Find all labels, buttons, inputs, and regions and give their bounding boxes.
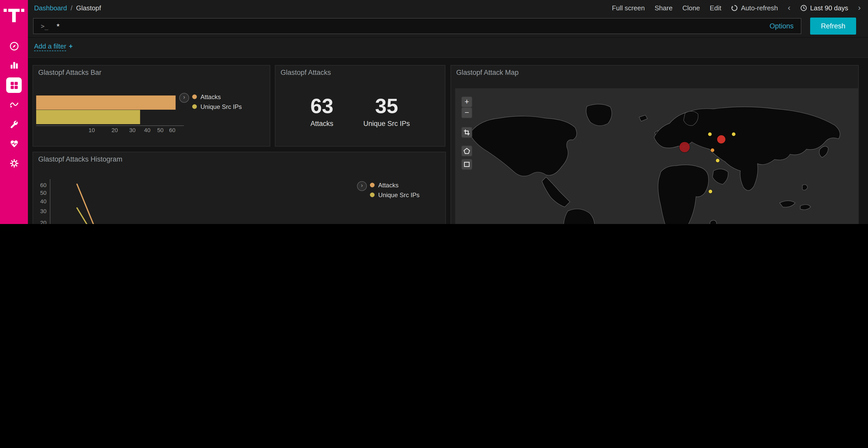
legend-color-dot <box>370 183 375 187</box>
refresh-cycle-icon <box>731 4 738 11</box>
auto-refresh-button[interactable]: Auto-refresh <box>731 4 778 12</box>
map-attack-point <box>708 190 712 194</box>
timelion-wave-icon <box>9 99 19 109</box>
legend-label: Unique Src IPs <box>200 103 242 110</box>
plus-icon: + <box>69 42 72 50</box>
breadcrumb: Dashboard / Glastopf <box>34 4 101 12</box>
crop-icon <box>463 129 470 136</box>
x-tick-label: 10 <box>89 127 95 133</box>
full-screen-button[interactable]: Full screen <box>612 4 645 12</box>
legend-item[interactable]: Unique Src IPs <box>192 102 242 111</box>
x-tick-label: 20 <box>112 127 118 133</box>
clock-icon <box>800 4 807 11</box>
heartbeat-icon <box>9 139 19 148</box>
metric-group: 63 Attacks 35 Unique Src IPs <box>275 96 445 128</box>
legend: AttacksUnique Src IPs <box>370 180 420 200</box>
panel-attacks-histogram: Glastopf Attacks Histogram 0102030405060… <box>33 152 446 224</box>
legend-label: Attacks <box>200 93 221 100</box>
edit-button[interactable]: Edit <box>710 4 721 12</box>
breadcrumb-dashboard-link[interactable]: Dashboard <box>34 4 67 12</box>
map-attack-point <box>732 132 736 136</box>
y-tick-label: 60 <box>40 182 46 188</box>
sidebar: ‹ <box>0 0 28 224</box>
sidebar-item-dashboard[interactable] <box>6 77 22 93</box>
wrench-icon <box>9 119 19 129</box>
x-tick-label: 30 <box>129 127 135 133</box>
metric-label: Attacks <box>310 120 333 128</box>
filter-bar-row: Add a filter+ <box>28 38 868 57</box>
topbar-actions: Full screen Share Clone Edit Auto-refres… <box>612 4 861 12</box>
sidebar-item-dev-tools[interactable] <box>6 116 22 132</box>
map-fit-bounds-button[interactable] <box>461 127 472 138</box>
query-bar-row: >_ * Options Refresh <box>28 15 868 38</box>
map-canvas[interactable]: + − Count1 – 7.67.6 – 14.214.2 – 20.820.… <box>455 88 859 224</box>
add-filter-link[interactable]: Add a filter+ <box>34 42 73 50</box>
map-draw-rectangle-button[interactable] <box>461 159 472 170</box>
top-chrome: Dashboard / Glastopf Full screen Share C… <box>28 0 868 58</box>
sidebar-item-discover[interactable] <box>6 38 22 54</box>
map-attack-point <box>680 142 690 152</box>
time-back-button[interactable]: ‹ <box>788 4 790 12</box>
metric-value: 63 <box>310 96 333 116</box>
legend-toggle[interactable]: › <box>357 181 367 191</box>
x-tick-label: 50 <box>157 127 163 133</box>
panel-attacks-metric: Glastopf Attacks 63 Attacks 35 Unique Sr… <box>275 65 445 146</box>
refresh-button[interactable]: Refresh <box>810 18 856 35</box>
bar-Unique Src IPs[interactable] <box>36 110 140 124</box>
metric-value: 35 <box>363 96 410 116</box>
map-attack-point <box>708 132 712 136</box>
gear-icon <box>9 158 19 168</box>
map-draw-polygon-button[interactable] <box>461 145 472 157</box>
world-map-image <box>455 88 859 224</box>
bar-Attacks[interactable] <box>36 96 176 110</box>
legend-color-dot <box>370 193 375 197</box>
compass-icon <box>9 41 19 51</box>
time-forward-button[interactable]: › <box>858 4 861 12</box>
sidebar-item-monitoring[interactable] <box>6 136 22 151</box>
add-filter-label: Add a filter <box>34 42 66 51</box>
series-line-Attacks <box>77 184 107 224</box>
panel-attacks-bar: Glastopf Attacks Bar 102030405060 › Atta… <box>33 65 270 146</box>
sidebar-item-management[interactable] <box>6 156 22 171</box>
legend-label: Unique Src IPs <box>378 191 420 199</box>
map-zoom-in-button[interactable]: + <box>461 97 472 107</box>
panel-title: Glastopf Attack Map <box>456 69 519 76</box>
panel-attack-map: Glastopf Attack Map <box>451 65 859 224</box>
x-tick-label: 40 <box>144 127 150 133</box>
breadcrumb-current: Glastopf <box>76 4 101 12</box>
metric-attacks: 63 Attacks <box>310 96 333 128</box>
dashboard-icon <box>9 80 19 90</box>
y-tick-label: 30 <box>40 208 46 214</box>
legend-color-dot <box>192 104 197 109</box>
map-attack-point <box>716 159 719 163</box>
telekom-logo[interactable] <box>4 7 24 23</box>
polygon-icon <box>463 148 470 154</box>
query-options-link[interactable]: Options <box>770 22 794 30</box>
query-input[interactable]: >_ * Options <box>33 18 801 34</box>
bar-chart-icon <box>9 60 19 69</box>
metric-unique-src-ips: 35 Unique Src IPs <box>363 96 410 128</box>
x-tick-label: 60 <box>169 127 175 133</box>
metric-label: Unique Src IPs <box>363 120 410 128</box>
sidebar-item-visualize[interactable] <box>6 57 22 72</box>
kibana-dashboard-page: ‹ Dashboard / Glastopf Full screen Share… <box>0 0 868 224</box>
telekom-t-icon <box>4 7 24 23</box>
map-attack-point <box>711 148 715 152</box>
legend-item[interactable]: Unique Src IPs <box>370 190 420 200</box>
legend-color-dot <box>192 95 197 99</box>
legend-toggle[interactable]: › <box>179 93 189 103</box>
query-value: * <box>57 22 60 30</box>
top-navbar: Dashboard / Glastopf Full screen Share C… <box>28 0 868 15</box>
y-tick-label: 50 <box>40 190 46 196</box>
sidebar-item-timelion[interactable] <box>6 96 22 111</box>
map-attack-point <box>717 135 726 143</box>
time-picker-button[interactable]: Last 90 days <box>800 4 848 12</box>
rectangle-icon <box>463 161 470 168</box>
legend-item[interactable]: Attacks <box>370 180 420 190</box>
map-zoom-out-button[interactable]: − <box>461 107 472 118</box>
clone-button[interactable]: Clone <box>682 4 700 12</box>
legend-item[interactable]: Attacks <box>192 92 242 102</box>
console-prompt-icon: >_ <box>41 23 48 30</box>
panel-title: Glastopf Attacks <box>281 69 331 76</box>
share-button[interactable]: Share <box>655 4 673 12</box>
